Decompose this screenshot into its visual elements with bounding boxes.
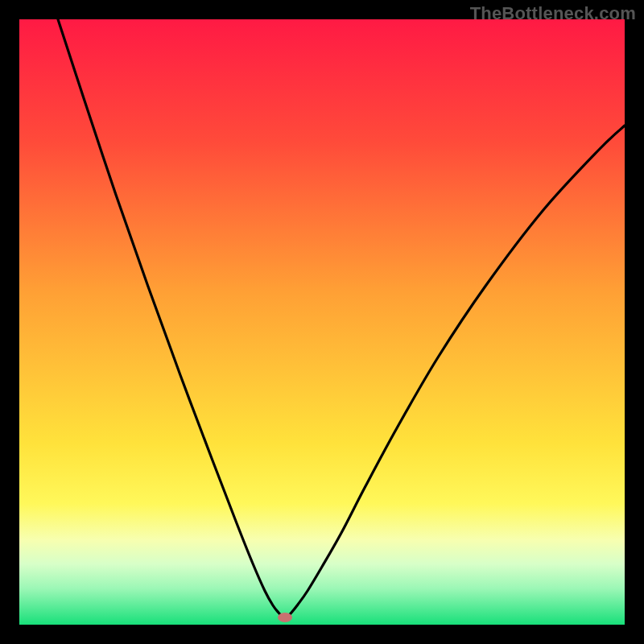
chart-frame: TheBottleneck.com [0, 0, 644, 644]
plot-area [19, 19, 625, 625]
gradient-background [19, 19, 625, 625]
vertex-marker [278, 613, 292, 622]
chart-svg [19, 19, 625, 625]
